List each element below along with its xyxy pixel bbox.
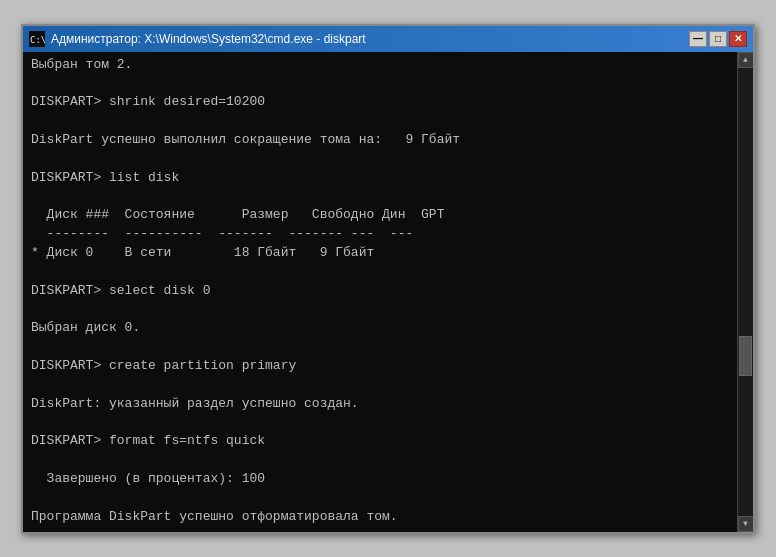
empty-line xyxy=(31,187,729,206)
empty-line xyxy=(31,300,729,319)
cmd-icon: C:\ xyxy=(29,31,45,47)
empty-line xyxy=(31,112,729,131)
empty-line xyxy=(31,489,729,508)
empty-line xyxy=(31,414,729,433)
maximize-button[interactable]: □ xyxy=(709,31,727,47)
scrollbar[interactable]: ▲ ▼ xyxy=(737,52,753,532)
list-item: DISKPART> format fs=ntfs quick xyxy=(31,432,729,451)
list-item: DISKPART> shrink desired=10200 xyxy=(31,93,729,112)
scroll-up-button[interactable]: ▲ xyxy=(738,52,754,68)
empty-line xyxy=(31,150,729,169)
empty-line xyxy=(31,451,729,470)
terminal-area: Выбран том 2. DISKPART> shrink desired=1… xyxy=(23,52,753,532)
terminal-content[interactable]: Выбран том 2. DISKPART> shrink desired=1… xyxy=(23,52,737,532)
list-item: -------- ---------- ------- ------- --- … xyxy=(31,225,729,244)
window-title: Администратор: X:\Windows\System32\cmd.e… xyxy=(51,32,689,46)
list-item: DiskPart успешно выполнил сокращение том… xyxy=(31,131,729,150)
empty-line xyxy=(31,263,729,282)
window-controls: — □ ✕ xyxy=(689,31,747,47)
empty-line xyxy=(31,376,729,395)
terminal-window: C:\ Администратор: X:\Windows\System32\c… xyxy=(21,24,755,534)
scroll-thumb[interactable] xyxy=(739,336,752,376)
list-item: * Диск 0 В сети 18 Гбайт 9 Гбайт xyxy=(31,244,729,263)
list-item: DISKPART> list disk xyxy=(31,169,729,188)
svg-text:C:\: C:\ xyxy=(30,35,45,45)
close-button[interactable]: ✕ xyxy=(729,31,747,47)
minimize-button[interactable]: — xyxy=(689,31,707,47)
scroll-down-button[interactable]: ▼ xyxy=(738,516,754,532)
list-item: Выбран том 2. xyxy=(31,56,729,75)
list-item: Завершено (в процентах): 100 xyxy=(31,470,729,489)
title-bar: C:\ Администратор: X:\Windows\System32\c… xyxy=(23,26,753,52)
empty-line xyxy=(31,74,729,93)
empty-line xyxy=(31,527,729,532)
scroll-track[interactable] xyxy=(738,68,753,516)
empty-line xyxy=(31,338,729,357)
list-item: Диск ### Состояние Размер Свободно Дин G… xyxy=(31,206,729,225)
list-item: Выбран диск 0. xyxy=(31,319,729,338)
list-item: DISKPART> create partition primary xyxy=(31,357,729,376)
list-item: Программа DiskPart успешно отформатирова… xyxy=(31,508,729,527)
list-item: DISKPART> select disk 0 xyxy=(31,282,729,301)
list-item: DiskPart: указанный раздел успешно созда… xyxy=(31,395,729,414)
